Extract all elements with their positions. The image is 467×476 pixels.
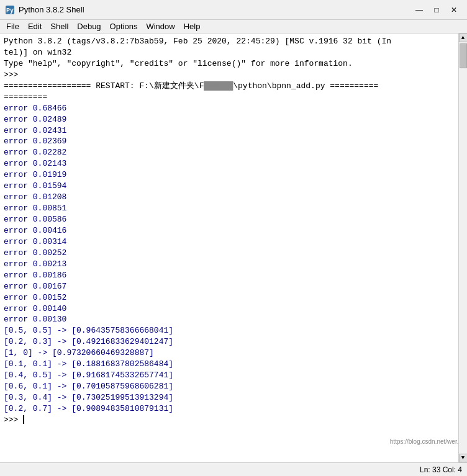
result-line-1: [0.5, 0.5] -> [0.96435758366668041] xyxy=(4,325,463,336)
python-icon: Py xyxy=(5,5,15,15)
error-line-17: error 0.00167 xyxy=(4,281,463,292)
error-line-12: error 0.00416 xyxy=(4,225,463,236)
menu-options[interactable]: Options xyxy=(106,21,142,32)
error-line-18: error 0.00152 xyxy=(4,292,463,303)
cursor xyxy=(23,415,24,424)
menu-shell[interactable]: Shell xyxy=(47,21,72,32)
error-line-10: error 0.00851 xyxy=(4,203,463,214)
menu-help[interactable]: Help xyxy=(180,21,204,32)
shell-content[interactable]: Python 3.8.2 (tags/v3.8.2:7b3ab59, Feb 2… xyxy=(0,34,467,462)
watermark: https://blog.csdn.net/wer... xyxy=(390,438,462,445)
shell-separator: ========= xyxy=(4,92,463,103)
menu-file[interactable]: File xyxy=(2,21,23,32)
title-bar: Py Python 3.8.2 Shell — □ ✕ xyxy=(0,0,467,20)
shell-header-2: tel)] on win32 xyxy=(4,47,463,58)
minimize-button[interactable]: — xyxy=(411,4,427,16)
result-line-6: [0.6, 0.1] -> [0.70105875968606281] xyxy=(4,381,463,392)
result-line-2: [0.2, 0.3] -> [0.49216833629401247] xyxy=(4,336,463,348)
svg-text:Py: Py xyxy=(6,7,14,14)
error-line-5: error 0.02282 xyxy=(4,147,463,158)
menu-window[interactable]: Window xyxy=(142,21,178,32)
cursor-position: Ln: 33 Col: 4 xyxy=(420,465,462,474)
title-controls: — □ ✕ xyxy=(411,4,462,16)
error-line-8: error 0.01594 xyxy=(4,181,463,192)
shell-header-1: Python 3.8.2 (tags/v3.8.2:7b3ab59, Feb 2… xyxy=(4,36,463,47)
shell-header-3: Type "help", "copyright", "credits" or "… xyxy=(4,58,463,70)
error-line-9: error 0.01208 xyxy=(4,192,463,203)
status-bar: Ln: 33 Col: 4 xyxy=(0,462,467,476)
error-line-1: error 0.68466 xyxy=(4,103,463,114)
window-title: Python 3.8.2 Shell xyxy=(19,5,84,14)
error-line-7: error 0.01919 xyxy=(4,169,463,181)
shell-restart: ================== RESTART: F:\新建文件夹\F▓▓… xyxy=(4,81,463,92)
status-right: Ln: 33 Col: 4 xyxy=(420,465,462,474)
scroll-down-button[interactable]: ▼ xyxy=(459,454,468,462)
error-line-20: error 0.00130 xyxy=(4,314,463,325)
menu-bar: File Edit Shell Debug Options Window Hel… xyxy=(0,20,467,34)
result-line-5: [0.4, 0.5] -> [0.91681745332657741] xyxy=(4,370,463,381)
error-line-11: error 0.00586 xyxy=(4,214,463,225)
menu-debug[interactable]: Debug xyxy=(73,21,104,32)
error-line-6: error 0.02143 xyxy=(4,158,463,169)
error-line-14: error 0.00252 xyxy=(4,248,463,259)
scrollbar[interactable]: ▲ ▼ xyxy=(458,34,467,462)
error-line-4: error 0.02369 xyxy=(4,136,463,147)
title-left: Py Python 3.8.2 Shell xyxy=(5,5,84,15)
maximize-button[interactable]: □ xyxy=(428,4,445,16)
scroll-thumb[interactable] xyxy=(460,43,467,68)
scroll-up-button[interactable]: ▲ xyxy=(459,34,468,42)
menu-edit[interactable]: Edit xyxy=(24,21,45,32)
error-line-3: error 0.02431 xyxy=(4,125,463,137)
error-line-13: error 0.00314 xyxy=(4,236,463,248)
result-line-7: [0.3, 0.4] -> [0.73025199513913294] xyxy=(4,392,463,403)
result-line-4: [0.1, 0.1] -> [0.18816837802586484] xyxy=(4,359,463,370)
shell-prompt-last[interactable]: >>> xyxy=(4,415,463,426)
error-line-16: error 0.00186 xyxy=(4,270,463,281)
shell-header-4: >>> xyxy=(4,70,463,81)
error-line-19: error 0.00140 xyxy=(4,303,463,315)
error-line-15: error 0.00213 xyxy=(4,259,463,270)
result-line-3: [1, 0] -> [0.97320660469328887] xyxy=(4,348,463,359)
error-line-2: error 0.02489 xyxy=(4,114,463,125)
close-button[interactable]: ✕ xyxy=(446,4,462,16)
result-line-8: [0.2, 0.7] -> [0.90894835810879131] xyxy=(4,403,463,415)
